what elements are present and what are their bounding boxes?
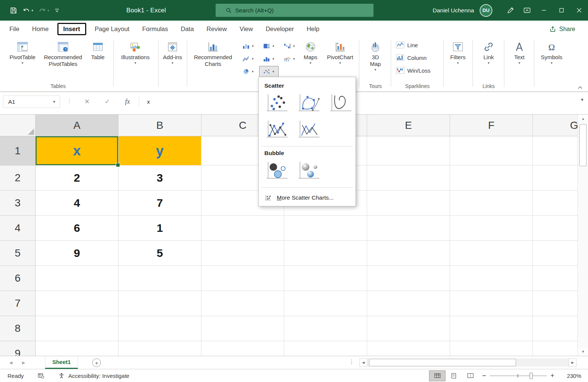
scatter-straight-lines-option[interactable]	[296, 119, 321, 141]
insert-column-chart-button[interactable]: ▼	[238, 40, 258, 52]
sparkline-winloss-button[interactable]: Win/Loss	[396, 65, 430, 76]
scatter-option[interactable]	[264, 93, 289, 115]
tab-developer[interactable]: Developer	[259, 25, 300, 33]
cell-F4[interactable]	[450, 216, 533, 241]
tab-file[interactable]: File	[3, 25, 26, 33]
tab-help[interactable]: Help	[300, 25, 326, 33]
horizontal-scrollbar[interactable]: ◀ ▶	[359, 358, 577, 367]
cell-G7[interactable]	[533, 291, 578, 316]
cell-F8[interactable]	[450, 316, 533, 341]
tab-formulas[interactable]: Formulas	[136, 25, 174, 33]
insert-pie-chart-button[interactable]: ▼	[238, 66, 258, 77]
inking-button[interactable]	[502, 0, 519, 21]
cell-A3[interactable]: 4	[36, 191, 118, 216]
cell-A7[interactable]	[36, 291, 118, 316]
cell-E5[interactable]	[367, 241, 450, 266]
cell-G3[interactable]	[533, 191, 578, 216]
page-break-preview-button[interactable]	[462, 370, 478, 381]
recommended-charts-button[interactable]: Recommended Charts	[190, 39, 236, 67]
cell-E4[interactable]	[367, 216, 450, 241]
cell-C8[interactable]	[201, 316, 284, 341]
vertical-scrollbar-thumb[interactable]	[579, 124, 586, 166]
cell-D7[interactable]	[284, 291, 367, 316]
cell-A8[interactable]	[36, 316, 118, 341]
column-header-B[interactable]: B	[118, 115, 201, 136]
cell-E6[interactable]	[367, 266, 450, 291]
column-header-E[interactable]: E	[367, 115, 450, 136]
filters-button[interactable]: Filters ▼	[447, 39, 469, 65]
row-header-2[interactable]: 2	[0, 166, 36, 191]
cell-A2[interactable]: 2	[36, 166, 118, 191]
cell-G2[interactable]	[533, 166, 578, 191]
scatter-smooth-lines-option[interactable]	[328, 93, 352, 115]
macro-record-button[interactable]	[38, 373, 44, 379]
expand-formula-bar-button[interactable]: ▼	[580, 97, 584, 102]
cell-B2[interactable]: 3	[118, 166, 201, 191]
new-sheet-button[interactable]: ＋	[92, 358, 101, 367]
cell-G4[interactable]	[533, 216, 578, 241]
maximize-button[interactable]	[553, 0, 570, 21]
cell-F5[interactable]	[450, 241, 533, 266]
cell-D4[interactable]	[284, 216, 367, 241]
page-layout-view-button[interactable]	[446, 370, 462, 381]
tab-insert[interactable]: Insert	[57, 23, 86, 35]
cell-E9[interactable]	[367, 341, 450, 356]
insert-line-chart-button[interactable]: ▼	[238, 53, 258, 64]
cell-D5[interactable]	[284, 241, 367, 266]
cell-C6[interactable]	[201, 266, 284, 291]
close-button[interactable]	[570, 0, 588, 21]
collapse-ribbon-button[interactable]	[578, 86, 583, 89]
symbols-button[interactable]: Ω Symbols ▼	[539, 39, 564, 65]
cell-G8[interactable]	[533, 316, 578, 341]
cell-F7[interactable]	[450, 291, 533, 316]
cell-G9[interactable]	[533, 341, 578, 356]
tab-scrollbar-splitter[interactable]: ⋮	[349, 358, 355, 365]
sparkline-column-button[interactable]: Column	[396, 52, 427, 63]
undo-button[interactable]: ▾	[22, 7, 33, 13]
sheet-tab-sheet1[interactable]: Sheet1	[45, 356, 78, 369]
zoom-out-button[interactable]: −	[478, 372, 490, 380]
table-button[interactable]: Table	[87, 39, 109, 61]
normal-view-button[interactable]	[429, 370, 446, 381]
cell-A1[interactable]: x	[36, 136, 118, 166]
cell-C7[interactable]	[201, 291, 284, 316]
previous-sheet-button[interactable]: ◀	[5, 356, 16, 369]
search-box[interactable]: Search (Alt+Q)	[216, 4, 374, 17]
pivotchart-button[interactable]: PivotChart ▼	[323, 39, 357, 65]
zoom-slider-thumb[interactable]	[530, 373, 533, 379]
zoom-in-button[interactable]: +	[547, 372, 558, 380]
tab-page-layout[interactable]: Page Layout	[88, 25, 136, 33]
user-name[interactable]: Daniel Uchenna	[433, 7, 474, 14]
vertical-scrollbar[interactable]: ▲ ▼	[578, 115, 588, 356]
scroll-down-button[interactable]: ▼	[578, 348, 588, 356]
cell-B3[interactable]: 7	[118, 191, 201, 216]
redo-button[interactable]: ▾	[39, 7, 50, 13]
3d-map-button[interactable]: 3D Map ▼	[365, 39, 386, 72]
cell-E3[interactable]	[367, 191, 450, 216]
cell-C5[interactable]	[201, 241, 284, 266]
cell-B6[interactable]	[118, 266, 201, 291]
row-header-8[interactable]: 8	[0, 316, 36, 341]
name-box[interactable]: A1 ▼	[3, 96, 60, 108]
pivottable-button[interactable]: PivotTable ▼	[5, 39, 40, 65]
cell-B1[interactable]: y	[118, 136, 201, 166]
select-all-button[interactable]	[0, 115, 36, 136]
cell-E2[interactable]	[367, 166, 450, 191]
row-header-7[interactable]: 7	[0, 291, 36, 316]
recommended-pivottables-button[interactable]: ? Recommended PivotTables	[41, 39, 85, 67]
cell-E7[interactable]	[367, 291, 450, 316]
addins-button[interactable]: Add-ins ▼	[162, 39, 183, 65]
bubble-3d-option[interactable]	[296, 160, 321, 182]
tab-home[interactable]: Home	[26, 25, 55, 33]
cell-A6[interactable]	[36, 266, 118, 291]
scatter-straight-lines-markers-option[interactable]	[264, 119, 289, 141]
cell-D6[interactable]	[284, 266, 367, 291]
cell-F1[interactable]	[450, 136, 533, 166]
insert-combo-chart-button[interactable]: ▼	[280, 53, 299, 64]
illustrations-button[interactable]: Illustrations ▼	[117, 39, 153, 65]
name-box-splitter[interactable]: ⋮	[67, 97, 72, 104]
avatar[interactable]: DU	[480, 4, 492, 17]
column-header-G[interactable]: G	[533, 115, 578, 136]
minimize-button[interactable]	[535, 0, 553, 21]
scroll-up-button[interactable]: ▲	[578, 115, 588, 123]
